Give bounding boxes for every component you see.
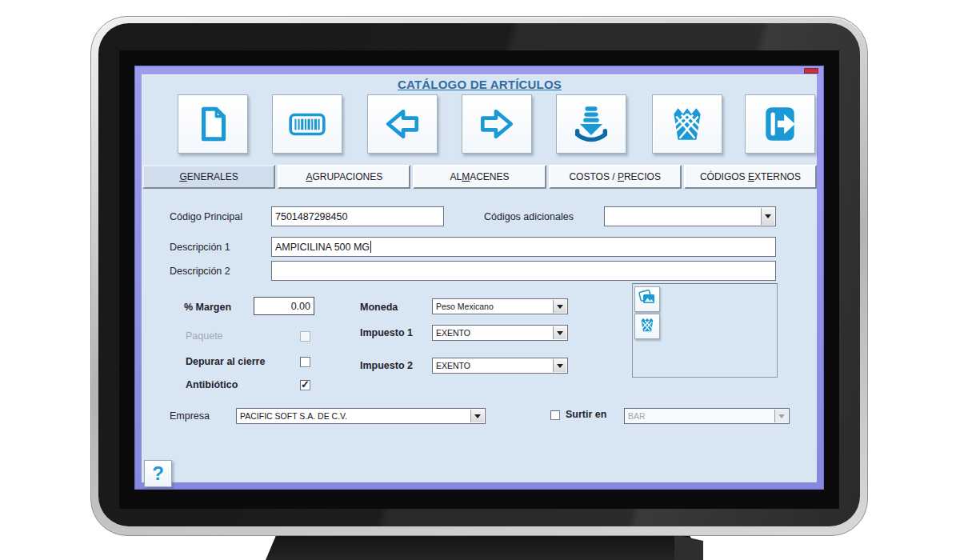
tab-strip: GENERALES AGRUPACIONES ALMACENES COSTOS …	[142, 165, 817, 189]
save-download-icon	[570, 103, 612, 145]
tab-almacenes[interactable]: ALMACENES	[413, 165, 546, 189]
chevron-down-icon[interactable]	[553, 300, 566, 313]
depurar-al-cierre-checkbox[interactable]	[300, 357, 310, 367]
descripcion2-input[interactable]	[271, 261, 776, 281]
blank-document-icon	[193, 104, 233, 144]
surtir-en-label: Surtir en	[566, 409, 606, 420]
barcode-button[interactable]	[272, 94, 342, 154]
moneda-label: Moneda	[360, 302, 398, 313]
catalog-window: CATÁLOGO DE ARTÍCULOS	[134, 66, 824, 490]
trash-icon	[667, 103, 707, 145]
codigo-principal-label: Código Principal	[170, 211, 242, 222]
tab-codigos-externos[interactable]: CÓDIGOS EXTERNOS	[684, 165, 817, 189]
margen-input[interactable]: 0.00	[254, 297, 314, 315]
paquete-checkbox	[300, 331, 310, 342]
paquete-label: Paquete	[186, 330, 223, 342]
tab-generales[interactable]: GENERALES	[142, 165, 275, 189]
empresa-label: Empresa	[170, 410, 210, 422]
arrow-right-icon	[476, 104, 518, 144]
impuesto2-label: Impuesto 2	[360, 360, 413, 371]
margen-label: % Margen	[184, 302, 231, 313]
surtir-en-checkbox[interactable]	[550, 410, 560, 420]
chevron-down-icon	[774, 410, 788, 422]
surtir-en-dropdown: BAR	[624, 408, 790, 424]
chevron-down-icon[interactable]	[470, 410, 484, 422]
exit-door-icon	[760, 103, 800, 145]
photos-icon	[638, 288, 657, 310]
descripcion2-label: Descripción 2	[170, 266, 230, 277]
new-item-button[interactable]	[178, 94, 248, 154]
screenshot-stage: CATÁLOGO DE ARTÍCULOS	[0, 0, 960, 560]
load-image-button[interactable]	[634, 286, 660, 312]
empresa-dropdown[interactable]: PACIFIC SOFT S.A. DE C.V.	[236, 408, 486, 424]
article-image-panel	[632, 283, 778, 378]
previous-record-button[interactable]	[367, 94, 438, 154]
trash-icon	[638, 316, 656, 337]
arrow-left-icon	[382, 104, 423, 144]
window-content: CATÁLOGO DE ARTÍCULOS	[142, 74, 817, 482]
exit-button[interactable]	[745, 94, 815, 154]
chevron-down-icon[interactable]	[761, 208, 774, 225]
impuesto1-dropdown[interactable]: EXENTO	[432, 325, 568, 341]
chevron-down-icon[interactable]	[553, 326, 566, 339]
codigos-adicionales-dropdown[interactable]	[604, 206, 776, 226]
codigo-principal-input[interactable]: 7501487298450	[271, 206, 444, 226]
depurar-al-cierre-label: Depurar al cierre	[186, 356, 265, 367]
close-button[interactable]	[804, 68, 818, 74]
delete-image-button[interactable]	[634, 314, 660, 339]
help-button[interactable]: ?	[144, 460, 172, 487]
codigos-adicionales-label: Códigos adicionales	[484, 211, 574, 222]
text-caret	[370, 241, 371, 253]
tab-costos-precios[interactable]: COSTOS / PRECIOS	[549, 165, 682, 189]
impuesto2-dropdown[interactable]: EXENTO	[432, 358, 568, 374]
monitor-stand-notch	[674, 534, 703, 560]
delete-button[interactable]	[652, 94, 722, 154]
antibiotico-checkbox[interactable]	[300, 380, 310, 390]
save-button[interactable]	[556, 94, 626, 154]
descripcion1-input[interactable]: AMPICILINA 500 MG	[271, 237, 776, 257]
chevron-down-icon[interactable]	[553, 359, 566, 372]
impuesto1-label: Impuesto 1	[360, 327, 413, 338]
page-title: CATÁLOGO DE ARTÍCULOS	[142, 78, 817, 91]
descripcion1-label: Descripción 1	[170, 242, 230, 253]
barcode-icon	[286, 104, 328, 144]
moneda-dropdown[interactable]: Peso Mexicano	[432, 298, 568, 314]
antibiotico-label: Antibiótico	[186, 379, 238, 390]
next-record-button[interactable]	[462, 94, 532, 154]
tab-agrupaciones[interactable]: AGRUPACIONES	[278, 165, 410, 189]
